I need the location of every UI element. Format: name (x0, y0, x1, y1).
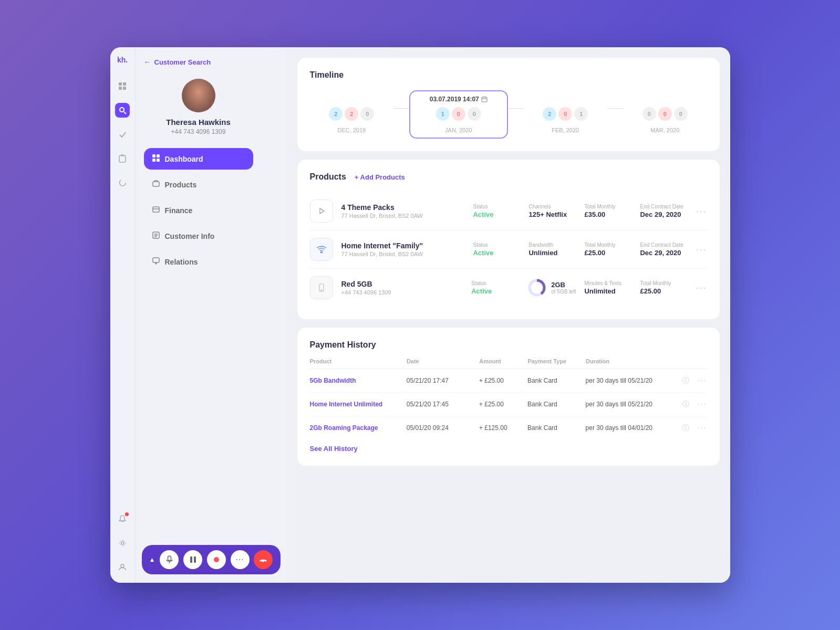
customer-info-icon (152, 232, 160, 240)
payment-type-1: Bank Card (527, 377, 586, 384)
search-icon[interactable] (115, 103, 130, 118)
channels-label: Channels (528, 204, 576, 209)
product-icon-mobile (310, 276, 333, 299)
gear-icon[interactable] (115, 536, 130, 550)
payment-amount-3: + £125.00 (479, 424, 527, 432)
payment-history-card: Payment History Product Date Amount Paym… (297, 328, 720, 466)
more-options-button[interactable]: ··· (231, 550, 250, 569)
timeline-connector (393, 108, 409, 109)
pause-button[interactable] (183, 550, 202, 569)
back-to-search[interactable]: ← Customer Search (144, 58, 253, 66)
info-icon-2[interactable]: ⓘ (682, 400, 689, 409)
month-label-jan: JAN, 2020 (445, 127, 472, 133)
see-all-history-link[interactable]: See All History (310, 445, 358, 453)
info-icon-1[interactable]: ⓘ (682, 376, 689, 385)
svg-point-10 (121, 542, 124, 544)
timeline-month-jan[interactable]: 03.07.2019 14:07 1 0 0 JAN, 2020 (409, 90, 508, 139)
bubble: 1 (574, 107, 588, 121)
product-monthly-red5gb: £25.00 (640, 287, 687, 295)
end-call-button[interactable] (254, 550, 273, 569)
data-used: 2GB (551, 281, 576, 289)
svg-rect-25 (190, 556, 192, 563)
bubble: 0 (642, 107, 656, 121)
back-label: Customer Search (154, 58, 211, 66)
bell-icon[interactable] (115, 511, 130, 526)
data-total: of 5GB left (551, 289, 576, 295)
record-button[interactable] (207, 550, 226, 569)
customer-name: Theresa Hawkins (166, 118, 231, 127)
payment-product-3[interactable]: 2Gb Roaming Package (310, 424, 407, 432)
main-content: Timeline 2 2 0 DEC, 2019 03.07.201 (287, 47, 730, 583)
row-more-menu-2[interactable]: ··· (698, 400, 707, 409)
info-icon-3[interactable]: ⓘ (682, 423, 689, 433)
product-addr-red5gb: +44 743 4096 1309 (341, 289, 463, 296)
svg-rect-14 (152, 159, 155, 162)
bubble: 0 (468, 107, 481, 121)
nav-relations[interactable]: Relations (144, 251, 253, 272)
payment-product-2[interactable]: Home Internet Unlimited (310, 401, 407, 408)
svg-rect-15 (157, 159, 160, 162)
products-card: Products + Add Products 4 Theme Packs 77… (297, 160, 720, 319)
payment-product-1[interactable]: 5Gb Bandwidth (310, 377, 407, 384)
month-label-feb: FEB, 2020 (552, 127, 579, 133)
svg-point-4 (120, 108, 124, 112)
mute-mic-button[interactable] (160, 550, 179, 569)
bubble: 0 (658, 107, 672, 121)
product-icon-internet (310, 238, 333, 261)
checkmark-icon[interactable] (115, 127, 130, 142)
bubble: 2 (543, 107, 556, 121)
chart-icon[interactable] (115, 175, 130, 190)
product-icon-theme (310, 200, 333, 223)
bubble: 1 (436, 107, 450, 121)
product-more-menu-red5gb[interactable]: ··· (696, 282, 707, 293)
payment-table: Product Date Amount Payment Type Duratio… (310, 358, 707, 439)
nav-products[interactable]: Products (144, 174, 253, 195)
data-usage-field: 2GB of 5GB left (527, 278, 576, 298)
total-monthly-label: Total Monthly (584, 204, 631, 209)
grid-icon[interactable] (115, 79, 130, 93)
product-status-red5gb: Active (471, 287, 518, 295)
nav-dashboard[interactable]: Dashboard (144, 148, 253, 170)
bubble: 0 (558, 107, 572, 121)
product-end-contract-theme: Dec 29, 2020 (640, 211, 687, 218)
payment-type-2: Bank Card (527, 401, 586, 408)
products-icon (152, 180, 160, 189)
timeline-month-mar[interactable]: 0 0 0 MAR, 2020 (623, 96, 707, 133)
svg-line-5 (124, 112, 126, 114)
svg-rect-7 (121, 155, 124, 156)
timeline-title: Timeline (310, 70, 707, 80)
products-title: Products (310, 172, 346, 182)
product-minutes-texts: Unlimited (584, 287, 631, 295)
add-products-button[interactable]: + Add Products (355, 173, 405, 181)
payment-history-title: Payment History (310, 340, 707, 350)
product-more-menu-internet[interactable]: ··· (696, 244, 707, 255)
month-label-mar: MAR, 2020 (650, 127, 679, 133)
col-header-amount: Amount (479, 358, 527, 364)
chevron-up-icon[interactable]: ▲ (149, 556, 155, 563)
svg-rect-26 (194, 556, 196, 563)
product-status-internet: Active (473, 249, 520, 257)
svg-point-35 (321, 290, 322, 291)
product-name-theme: 4 Theme Packs (341, 203, 465, 212)
svg-rect-23 (153, 258, 159, 262)
svg-rect-0 (119, 82, 122, 86)
timeline-month-dec[interactable]: 2 2 0 DEC, 2019 (310, 96, 394, 133)
row-more-menu-3[interactable]: ··· (698, 423, 707, 433)
user-profile-icon[interactable] (115, 560, 130, 574)
row-more-menu-1[interactable]: ··· (698, 376, 707, 385)
svg-rect-13 (157, 154, 160, 158)
nav-finance[interactable]: Finance (144, 200, 253, 221)
nav-customer-info[interactable]: Customer Info (144, 225, 253, 247)
timeline-month-feb[interactable]: 2 0 1 FEB, 2020 (524, 96, 608, 133)
product-more-menu-theme[interactable]: ··· (696, 206, 707, 217)
clipboard-icon[interactable] (115, 151, 130, 166)
payment-amount-2: + £25.00 (479, 401, 527, 408)
product-channels: 125+ Netflix (528, 211, 576, 218)
product-addr-theme: 77 Hassell Dr, Bristol, BS2 0AW (341, 213, 465, 219)
svg-rect-24 (168, 556, 171, 561)
svg-rect-2 (119, 87, 122, 90)
payment-date-3: 05/01/20 09:24 (407, 424, 479, 432)
payment-date-2: 05/21/20 17:45 (407, 401, 479, 408)
svg-point-8 (119, 180, 126, 186)
col-header-paytype: Payment Type (527, 358, 586, 364)
